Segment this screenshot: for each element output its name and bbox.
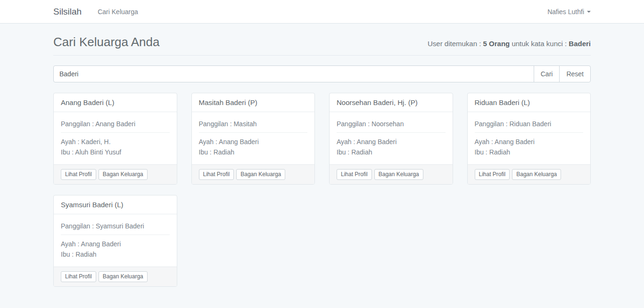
- summary-prefix: User ditemukan :: [428, 40, 483, 48]
- person-mother: Ibu : Radiah: [199, 147, 308, 157]
- card-actions: Lihat Profil Bagan Keluarga: [54, 267, 177, 286]
- divider: [337, 132, 446, 133]
- person-nickname: Panggilan : Syamsuri Baderi: [61, 221, 170, 231]
- person-card: Anang Baderi (L) Panggilan : Anang Bader…: [53, 93, 177, 185]
- person-details: Panggilan : Riduan Baderi Ayah : Anang B…: [468, 112, 591, 164]
- search-submit-button[interactable]: Cari: [534, 65, 560, 82]
- summary-keyword: Baderi: [569, 40, 591, 48]
- view-profile-button[interactable]: Lihat Profil: [337, 169, 372, 180]
- person-name: Masitah Baderi (P): [192, 93, 315, 112]
- person-mother: Ibu : Radiah: [337, 147, 446, 157]
- person-mother: Ibu : Radiah: [61, 249, 170, 259]
- summary-count: 5 Orang: [483, 40, 510, 48]
- search-reset-button[interactable]: Reset: [559, 65, 591, 82]
- divider: [61, 132, 170, 133]
- person-card: Riduan Baderi (L) Panggilan : Riduan Bad…: [467, 93, 591, 185]
- person-mother: Ibu : Aluh Binti Yusuf: [61, 147, 170, 157]
- view-profile-button[interactable]: Lihat Profil: [61, 169, 96, 180]
- person-card: Noorsehan Baderi, Hj. (P) Panggilan : No…: [329, 93, 453, 185]
- person-details: Panggilan : Anang Baderi Ayah : Kaderi, …: [54, 112, 177, 164]
- family-chart-button[interactable]: Bagan Keluarga: [512, 169, 561, 180]
- user-menu-dropdown[interactable]: Nafies Luthfi: [547, 8, 591, 16]
- card-actions: Lihat Profil Bagan Keluarga: [468, 164, 591, 184]
- page-header: Cari Keluarga Anda User ditemukan : 5 Or…: [53, 24, 591, 56]
- caret-down-icon: [587, 11, 591, 13]
- card-actions: Lihat Profil Bagan Keluarga: [54, 164, 177, 184]
- card-actions: Lihat Profil Bagan Keluarga: [192, 164, 315, 184]
- person-nickname: Panggilan : Anang Baderi: [61, 119, 170, 129]
- brand-link[interactable]: Silsilah: [53, 7, 82, 17]
- person-mother: Ibu : Radiah: [475, 147, 584, 157]
- person-nickname: Panggilan : Noorsehan: [337, 119, 446, 129]
- family-chart-button[interactable]: Bagan Keluarga: [99, 271, 148, 282]
- person-nickname: Panggilan : Masitah: [199, 119, 308, 129]
- person-father: Ayah : Anang Baderi: [337, 137, 446, 147]
- divider: [61, 235, 170, 235]
- search-form: Cari Reset: [53, 65, 591, 82]
- person-details: Panggilan : Masitah Ayah : Anang Baderi …: [192, 112, 315, 164]
- view-profile-button[interactable]: Lihat Profil: [475, 169, 510, 180]
- person-father: Ayah : Anang Baderi: [61, 239, 170, 249]
- person-father: Ayah : Anang Baderi: [475, 137, 584, 147]
- family-chart-button[interactable]: Bagan Keluarga: [374, 169, 423, 180]
- person-card: Syamsuri Baderi (L) Panggilan : Syamsuri…: [53, 195, 177, 287]
- person-details: Panggilan : Noorsehan Ayah : Anang Bader…: [330, 112, 453, 164]
- nav-item-cari-keluarga[interactable]: Cari Keluarga: [98, 8, 138, 16]
- divider: [475, 132, 584, 133]
- person-father: Ayah : Anang Baderi: [199, 137, 308, 147]
- divider: [199, 132, 308, 133]
- result-summary: User ditemukan : 5 Orang untuk kata kunc…: [428, 40, 591, 48]
- person-name: Syamsuri Baderi (L): [54, 195, 177, 214]
- family-chart-button[interactable]: Bagan Keluarga: [99, 169, 148, 180]
- results-grid: Anang Baderi (L) Panggilan : Anang Bader…: [53, 93, 591, 306]
- person-details: Panggilan : Syamsuri Baderi Ayah : Anang…: [54, 214, 177, 267]
- search-input[interactable]: [53, 65, 534, 82]
- person-nickname: Panggilan : Riduan Baderi: [475, 119, 584, 129]
- person-name: Noorsehan Baderi, Hj. (P): [330, 93, 453, 112]
- summary-middle: untuk kata kunci :: [510, 40, 569, 48]
- page-title: Cari Keluarga Anda: [53, 35, 159, 49]
- view-profile-button[interactable]: Lihat Profil: [61, 271, 96, 282]
- card-actions: Lihat Profil Bagan Keluarga: [330, 164, 453, 184]
- user-name: Nafies Luthfi: [547, 8, 584, 16]
- person-name: Anang Baderi (L): [54, 93, 177, 112]
- person-card: Masitah Baderi (P) Panggilan : Masitah A…: [191, 93, 315, 185]
- view-profile-button[interactable]: Lihat Profil: [199, 169, 234, 180]
- family-chart-button[interactable]: Bagan Keluarga: [236, 169, 285, 180]
- person-name: Riduan Baderi (L): [468, 93, 591, 112]
- person-father: Ayah : Kaderi, H.: [61, 137, 170, 147]
- navbar: Silsilah Cari Keluarga Nafies Luthfi: [0, 0, 644, 24]
